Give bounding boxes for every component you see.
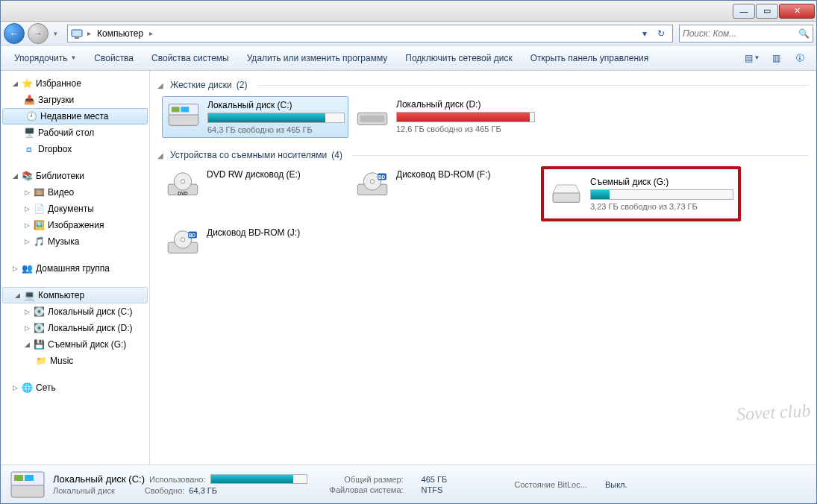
- sidebar-item-desktop[interactable]: 🖥️Рабочий стол: [1, 125, 149, 141]
- search-input[interactable]: [683, 28, 798, 39]
- sidebar-item-music[interactable]: ▷🎵Музыка: [1, 233, 149, 250]
- capacity-bar: [207, 113, 345, 123]
- svg-rect-17: [553, 193, 580, 203]
- collapse-icon: ◢: [13, 292, 22, 300]
- view-options-button[interactable]: ▤▼: [742, 49, 763, 67]
- dropbox-icon: ⧈: [23, 143, 35, 155]
- collapse-icon: ◢: [11, 80, 19, 88]
- chevron-right-icon: ▸: [148, 29, 154, 37]
- document-icon: 📄: [33, 203, 45, 215]
- svg-point-21: [181, 238, 184, 242]
- svg-rect-5: [181, 107, 189, 112]
- section-title: Жесткие диски: [170, 80, 232, 90]
- expand-icon: ▷: [23, 324, 31, 333]
- removable-section-header[interactable]: ◢ Устройства со съемными носителями (4): [154, 148, 812, 162]
- sidebar-item-drive-g[interactable]: ◢💾Съемный диск (G:): [1, 336, 149, 353]
- svg-text:BD: BD: [378, 174, 386, 180]
- sidebar-item-documents[interactable]: ▷📄Документы: [1, 201, 149, 217]
- drive-name: Локальный диск (C:): [207, 100, 345, 110]
- download-icon: 📥: [23, 94, 35, 106]
- computer-icon: 💻: [23, 289, 35, 301]
- drive-g-removable[interactable]: Съемный диск (G:) 3,23 ГБ свободно из 3,…: [541, 166, 741, 221]
- hdd-section-header[interactable]: ◢ Жесткие диски (2): [154, 78, 812, 92]
- address-bar[interactable]: ▸ Компьютер ▸ ▾ ↻: [67, 25, 673, 42]
- toolbar: Упорядочить▼ Свойства Свойства системы У…: [1, 45, 816, 71]
- svg-rect-27: [25, 475, 34, 481]
- sidebar: ◢⭐Избранное 📥Загрузки 🕘Недавние места 🖥️…: [1, 71, 150, 464]
- divider: [353, 155, 809, 156]
- expand-icon: ▷: [11, 384, 19, 392]
- hdd-icon: [166, 100, 201, 130]
- details-text: Локальный диск (C:) Использовано: Локаль…: [53, 473, 307, 495]
- maximize-button[interactable]: ▭: [756, 4, 778, 19]
- preview-pane-button[interactable]: ▥: [766, 49, 786, 67]
- organize-button[interactable]: Упорядочить▼: [7, 50, 84, 66]
- dvd-icon: DVD: [165, 169, 201, 199]
- details-title: Локальный диск (C:): [53, 473, 145, 485]
- forward-button[interactable]: →: [28, 23, 48, 44]
- details-grid: Общий размер:465 ГБ Файловая система:NTF…: [330, 475, 448, 494]
- expand-icon: ▷: [23, 238, 31, 246]
- svg-rect-4: [172, 107, 180, 112]
- titlebar: — ▭ ✕: [1, 1, 816, 22]
- drive-bd-f[interactable]: BD Дисковод BD-ROM (F:): [351, 166, 538, 221]
- sidebar-item-dropbox[interactable]: ⧈Dropbox: [1, 141, 149, 157]
- back-button[interactable]: ←: [4, 23, 25, 44]
- control-panel-button[interactable]: Открыть панель управления: [523, 50, 657, 66]
- search-box[interactable]: 🔍: [679, 25, 813, 42]
- svg-rect-2: [169, 113, 198, 125]
- drive-name: DVD RW дисковод (E:): [207, 169, 345, 180]
- minimize-button[interactable]: —: [733, 4, 755, 19]
- svg-text:DVD: DVD: [178, 191, 188, 196]
- sidebar-item-drive-d[interactable]: ▷💽Локальный диск (D:): [1, 320, 149, 336]
- computer-group: ◢💻Компьютер ▷💽Локальный диск (C:) ▷💽Лока…: [1, 287, 149, 369]
- window-controls: — ▭ ✕: [732, 4, 815, 19]
- help-button[interactable]: 🛈: [789, 49, 810, 67]
- network-group: ▷🌐Сеть: [1, 379, 149, 396]
- details-total-value: 465 ГБ: [422, 475, 448, 484]
- search-icon[interactable]: 🔍: [798, 28, 810, 39]
- uninstall-change-button[interactable]: Удалить или изменить программу: [240, 50, 395, 66]
- svg-rect-26: [14, 475, 23, 481]
- section-count: (2): [237, 80, 248, 90]
- sidebar-item-video[interactable]: ▷🎞️Видео: [1, 184, 149, 201]
- drive-bd-j[interactable]: BD Дисковод BD-ROM (J:): [162, 224, 348, 260]
- drive-d[interactable]: Локальный диск (D:) 12,6 ГБ свободно из …: [351, 96, 538, 138]
- homegroup-header[interactable]: ▷👥Домашняя группа: [1, 260, 149, 277]
- drive-c[interactable]: Локальный диск (C:) 64,3 ГБ свободно из …: [162, 96, 348, 138]
- sidebar-item-downloads[interactable]: 📥Загрузки: [1, 92, 149, 108]
- sidebar-item-images[interactable]: ▷🖼️Изображения: [1, 217, 149, 233]
- properties-button[interactable]: Свойства: [87, 50, 141, 66]
- sidebar-item-recent[interactable]: 🕘Недавние места: [2, 108, 148, 125]
- hdd-icon: [10, 469, 46, 500]
- svg-text:BD: BD: [189, 233, 196, 238]
- sidebar-item-drive-c[interactable]: ▷💽Локальный диск (C:): [1, 303, 149, 320]
- close-button[interactable]: ✕: [779, 4, 815, 19]
- details-used-label: Использовано:: [149, 475, 206, 484]
- refresh-button[interactable]: ↻: [653, 25, 669, 42]
- nav-history-dropdown[interactable]: ▾: [51, 29, 60, 37]
- hdd-icon: 💽: [33, 306, 45, 318]
- drive-dvd[interactable]: DVD DVD RW дисковод (E:): [162, 166, 348, 221]
- details-fs-label: Файловая система:: [330, 485, 404, 494]
- drive-status: 64,3 ГБ свободно из 465 ГБ: [207, 125, 345, 134]
- details-bitlocker-label: Состояние BitLoc...: [514, 480, 587, 489]
- favorites-header[interactable]: ◢⭐Избранное: [1, 75, 149, 92]
- removable-items: DVD DVD RW дисковод (E:) BD Дисковод BD-…: [154, 166, 812, 260]
- collapse-icon: ◢: [11, 172, 19, 180]
- collapse-icon: ◢: [157, 151, 166, 160]
- network-header[interactable]: ▷🌐Сеть: [1, 379, 149, 396]
- navbar: ← → ▾ ▸ Компьютер ▸ ▾ ↻ 🔍: [1, 22, 816, 45]
- drive-status: 3,23 ГБ свободно из 3,73 ГБ: [590, 202, 733, 211]
- sidebar-item-music-folder[interactable]: 📁Music: [1, 353, 149, 369]
- addressbar-dropdown[interactable]: ▾: [636, 25, 653, 42]
- main-content: ◢ Жесткие диски (2) Локальный диск (C:) …: [150, 71, 816, 464]
- breadcrumb-computer[interactable]: Компьютер: [93, 27, 148, 40]
- watermark: Sovet club: [736, 400, 811, 424]
- libraries-header[interactable]: ◢📚Библиотеки: [1, 168, 149, 184]
- map-drive-button[interactable]: Подключить сетевой диск: [398, 50, 519, 66]
- desktop-icon: 🖥️: [23, 127, 35, 139]
- system-properties-button[interactable]: Свойства системы: [144, 50, 237, 66]
- computer-header[interactable]: ◢💻Компьютер: [2, 287, 148, 303]
- folder-icon: 📁: [35, 355, 47, 367]
